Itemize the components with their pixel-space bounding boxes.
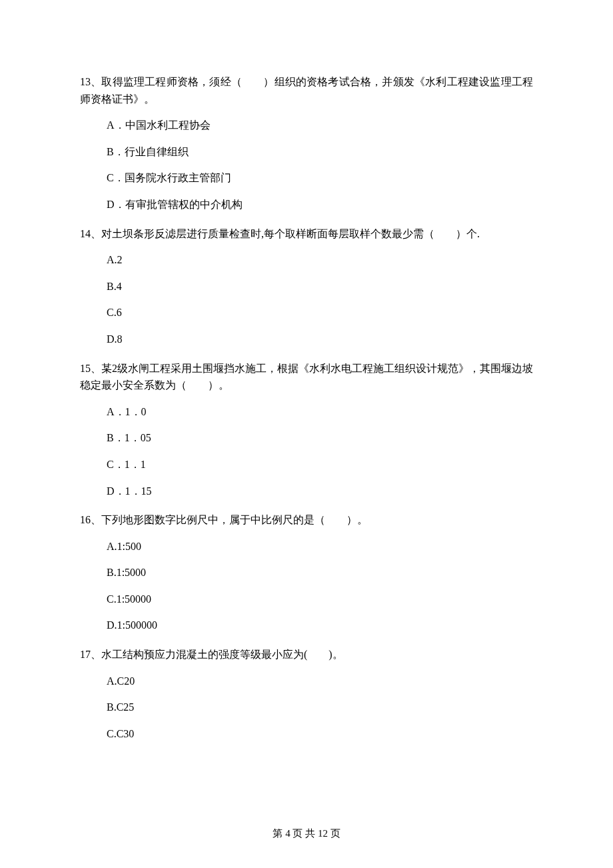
page-footer: 第 4 页 共 12 页 <box>0 825 613 841</box>
option-d: D.1:500000 <box>107 617 533 634</box>
option-c: C．1．1 <box>107 456 533 473</box>
option-a: A.C20 <box>107 673 533 690</box>
option-c: C.C30 <box>107 725 533 743</box>
question-15: 15、某2级水闸工程采用土围堰挡水施工，根据《水利水电工程施工组织设计规范》，其… <box>80 360 533 500</box>
question-text: 15、某2级水闸工程采用土围堰挡水施工，根据《水利水电工程施工组织设计规范》，其… <box>80 360 533 394</box>
question-text: 17、水工结构预应力混凝土的强度等级最小应为( )。 <box>80 646 533 663</box>
page-container: 13、取得监理工程师资格，须经（ ）组织的资格考试合格，并颁发《水利工程建设监理… <box>0 0 613 868</box>
question-14: 14、对土坝条形反滤层进行质量检查时,每个取样断面每层取样个数最少需（ ）个. … <box>80 225 533 348</box>
option-d: D.8 <box>107 331 533 348</box>
question-13: 13、取得监理工程师资格，须经（ ）组织的资格考试合格，并颁发《水利工程建设监理… <box>80 73 533 213</box>
question-text: 13、取得监理工程师资格，须经（ ）组织的资格考试合格，并颁发《水利工程建设监理… <box>80 73 533 107</box>
option-a: A．1．0 <box>107 403 533 421</box>
question-16: 16、下列地形图数字比例尺中，属于中比例尺的是（ ）。 A.1:500 B.1:… <box>80 511 533 634</box>
option-b: B.C25 <box>107 699 533 716</box>
option-d: D．1．15 <box>107 483 533 500</box>
option-b: B.1:5000 <box>107 564 533 581</box>
question-text: 14、对土坝条形反滤层进行质量检查时,每个取样断面每层取样个数最少需（ ）个. <box>80 225 533 243</box>
option-d: D．有审批管辖权的中介机构 <box>107 196 533 213</box>
option-a: A.1:500 <box>107 538 533 555</box>
option-a: A.2 <box>107 251 533 269</box>
option-c: C.6 <box>107 304 533 321</box>
option-b: B.4 <box>107 278 533 295</box>
question-17: 17、水工结构预应力混凝土的强度等级最小应为( )。 A.C20 B.C25 C… <box>80 646 533 742</box>
option-a: A．中国水利工程协会 <box>107 117 533 134</box>
option-c: C．国务院水行政主管部门 <box>107 169 533 187</box>
option-b: B．1．05 <box>107 429 533 447</box>
option-c: C.1:50000 <box>107 591 533 608</box>
option-b: B．行业自律组织 <box>107 143 533 161</box>
question-text: 16、下列地形图数字比例尺中，属于中比例尺的是（ ）。 <box>80 511 533 529</box>
